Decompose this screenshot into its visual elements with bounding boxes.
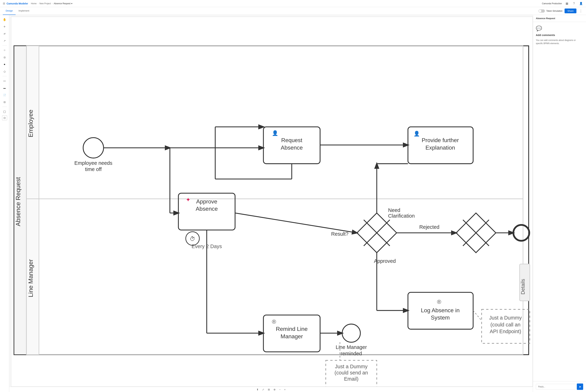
svg-text:Line Manager: Line Manager	[336, 344, 367, 350]
arrow-tool[interactable]: ↗	[2, 38, 8, 44]
svg-text:Just a Dummy: Just a Dummy	[489, 315, 522, 320]
user-icon[interactable]: 👤	[579, 2, 583, 6]
svg-text:®: ®	[272, 318, 276, 325]
grid-icon[interactable]: ⊞	[3, 2, 5, 5]
share-button[interactable]: Share	[564, 8, 576, 13]
app-title: Camunda Modeler	[6, 2, 28, 5]
hand-tool[interactable]: ✋	[2, 16, 8, 23]
svg-text:Log Absence in: Log Absence in	[421, 307, 460, 314]
panel-body: 💬 Add comments You can add comments abou…	[533, 22, 586, 381]
toggle-switch[interactable]	[538, 10, 545, 12]
toolbar: Design Implement Token Simulation Share …	[0, 7, 586, 15]
breadcrumb: Home › New Project › Absence Request ▾	[31, 2, 72, 5]
main-area: ✋ ✛ ⇄ ↗ ○ ◎ ● ◇ ▭ ▬ 📄 ⊟ ▢ ⊡ Absence Requ…	[0, 15, 586, 392]
separator-1	[2, 45, 7, 46]
breadcrumb-home[interactable]: Home	[31, 2, 36, 5]
breadcrumb-project[interactable]: New Project	[39, 2, 51, 5]
svg-text:Provide further: Provide further	[422, 137, 459, 143]
db-tool[interactable]: ⊟	[2, 99, 8, 105]
layout-icon[interactable]: ▦	[565, 2, 569, 6]
breadcrumb-current[interactable]: Absence Request ▾	[54, 2, 72, 5]
svg-text:Employee: Employee	[27, 110, 34, 137]
breadcrumb-sep1: ›	[38, 2, 38, 5]
svg-text:Approve: Approve	[196, 198, 217, 205]
svg-text:Absence Request: Absence Request	[14, 177, 22, 226]
svg-text:Details: Details	[520, 279, 526, 294]
toolbar-right: Token Simulation Share ⋮	[538, 8, 583, 13]
svg-text:Just a Dummy: Just a Dummy	[335, 364, 368, 369]
svg-text:time off: time off	[85, 166, 102, 172]
svg-point-70	[342, 324, 360, 342]
svg-text:Remind Line: Remind Line	[276, 326, 308, 332]
zoom-out-button[interactable]: −	[278, 388, 281, 391]
svg-point-50	[513, 225, 529, 241]
svg-text:👤: 👤	[272, 130, 278, 136]
bpmn-diagram[interactable]: Absence Request Employee Line Manager Em…	[11, 17, 533, 387]
comment-icon: 💬	[536, 26, 542, 31]
production-label: Camunda Production	[542, 2, 562, 5]
rect-variant-tool[interactable]: ▬	[2, 85, 8, 91]
svg-point-9	[83, 138, 104, 158]
help-icon[interactable]: ?	[572, 2, 576, 6]
svg-text:✦: ✦	[186, 196, 190, 203]
circle-tool[interactable]: ○	[2, 47, 8, 53]
svg-text:Line Manager: Line Manager	[27, 259, 34, 297]
canvas-bottom-bar: ⬆ ⤢ ⊞ ⊕ − +	[9, 387, 533, 392]
svg-text:Employee needs: Employee needs	[74, 160, 112, 166]
svg-text:API Endpoint): API Endpoint)	[490, 328, 521, 334]
select-tool[interactable]: ⊡	[2, 115, 7, 120]
zoom-in-button[interactable]: +	[284, 388, 286, 391]
thick-circle-tool[interactable]: ◎	[2, 54, 8, 60]
svg-text:Email): Email)	[344, 376, 358, 382]
token-simulation-label: Token Simulation	[546, 10, 562, 12]
page-tool[interactable]: 📄	[2, 92, 8, 98]
diamond-tool[interactable]: ◇	[2, 68, 8, 74]
svg-text:Explanation: Explanation	[426, 144, 455, 151]
svg-text:Need: Need	[388, 207, 400, 213]
tab-implement[interactable]: Implement	[16, 7, 32, 15]
bpmn-svg: Absence Request Employee Line Manager Em…	[11, 17, 533, 386]
tabs: Design Implement	[3, 7, 32, 15]
svg-text:Request: Request	[281, 137, 302, 143]
tab-design[interactable]: Design	[3, 7, 16, 15]
panel-header: Absence Request	[533, 15, 586, 22]
global-connect-tool[interactable]: ⇄	[2, 30, 8, 37]
svg-text:(could call an: (could call an	[490, 322, 520, 328]
send-button[interactable]: ➤	[577, 384, 583, 390]
svg-text:Absence: Absence	[196, 206, 218, 212]
expand-button[interactable]: ⤢	[262, 388, 265, 391]
panel-footer: ➤	[533, 381, 586, 392]
svg-text:®: ®	[437, 298, 441, 305]
breadcrumb-sep2: ›	[52, 2, 53, 5]
grid-button[interactable]: ⊕	[273, 388, 276, 391]
top-nav: ⊞ Camunda Modeler Home › New Project › A…	[0, 0, 586, 7]
frame-tool[interactable]: ▢	[2, 108, 8, 115]
more-menu-button[interactable]: ⋮	[578, 9, 583, 13]
export-button[interactable]: ⬆	[256, 388, 259, 391]
pointer-tool[interactable]: ✛	[2, 24, 8, 30]
right-panel: Absence Request 💬 Add comments You can a…	[533, 15, 586, 392]
layout-button[interactable]: ⊞	[267, 388, 271, 391]
separator-2	[2, 76, 7, 76]
svg-text:System: System	[431, 314, 450, 321]
svg-text:Approved: Approved	[374, 258, 396, 264]
svg-rect-6	[26, 199, 523, 354]
svg-text:Manager: Manager	[280, 333, 303, 340]
svg-text:Absence: Absence	[281, 144, 303, 151]
svg-text:Rejected: Rejected	[419, 224, 440, 230]
bold-circle-tool[interactable]: ●	[2, 61, 8, 68]
token-simulation-toggle[interactable]: Token Simulation	[538, 10, 562, 12]
rect-tool[interactable]: ▭	[2, 78, 8, 84]
nav-right: Camunda Production ▦ ? 👤	[542, 2, 583, 6]
svg-text:reminded: reminded	[341, 351, 362, 356]
add-comments-title: Add comments	[536, 34, 555, 36]
reply-input[interactable]	[536, 384, 575, 390]
add-comments-desc: You can add comments about diagrams or s…	[536, 39, 583, 45]
svg-text:Clarification: Clarification	[388, 213, 415, 219]
svg-line-42	[235, 213, 357, 233]
canvas-area[interactable]: Absence Request Employee Line Manager Em…	[9, 15, 533, 392]
chevron-down-icon: ▾	[71, 2, 72, 5]
svg-text:⏱: ⏱	[190, 236, 195, 242]
svg-rect-3	[26, 46, 523, 199]
svg-line-63	[473, 310, 482, 321]
